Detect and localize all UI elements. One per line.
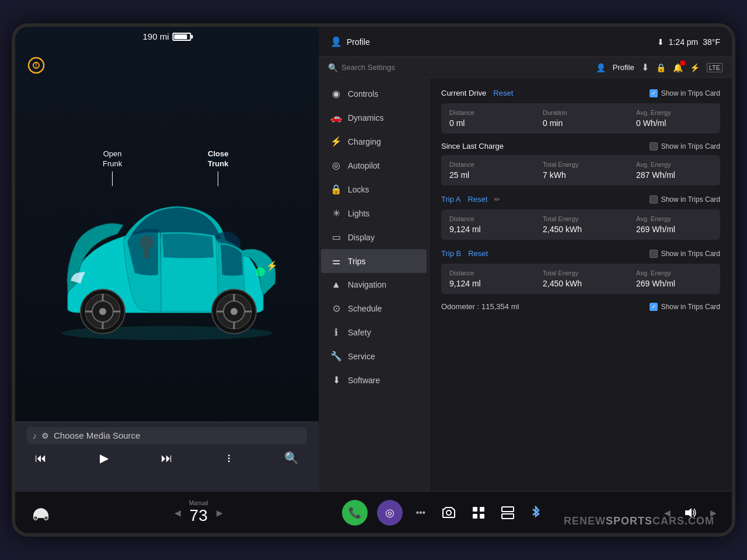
svg-rect-27 [144, 250, 149, 258]
trips-content: Current Drive Reset ✓ Show in Trips Card… [430, 78, 732, 491]
cards-button[interactable] [498, 503, 518, 523]
current-drive-distance-value: 0 ml [449, 118, 525, 128]
controls-icon: ◉ [330, 88, 342, 99]
current-drive-avg-energy: Avg. Energy 0 Wh/ml [628, 103, 720, 134]
sidebar-item-charging[interactable]: ⚡ Charging [321, 130, 427, 153]
software-icon: ⬇ [330, 374, 342, 386]
current-drive-distance-label: Distance [449, 109, 525, 116]
dots-button[interactable]: ••• [412, 504, 429, 522]
safety-label: Safety [348, 328, 371, 337]
trip-a-checkbox[interactable] [650, 195, 658, 204]
since-charge-show-trips-label: Show in Trips Card [661, 142, 720, 150]
main-area: 190 mi ! [15, 27, 732, 491]
search-bar[interactable]: 🔍 Search Settings [328, 63, 589, 72]
search-media-button[interactable]: 🔍 [282, 449, 301, 467]
media-source-display[interactable]: ♪ ⚙ Choose Media Source [27, 427, 307, 444]
sidebar-item-navigation[interactable]: ▲ Navigation [321, 273, 427, 296]
trip-b-avg-energy: Avg. Energy 269 Wh/ml [628, 264, 720, 294]
grid-button[interactable] [469, 503, 488, 523]
camera-button[interactable] [438, 502, 459, 523]
svg-text:⚡: ⚡ [266, 260, 278, 271]
dynamics-icon: 🚗 [330, 112, 342, 123]
trip-a-reset-button[interactable]: Reset [465, 194, 490, 205]
prev-volume-button[interactable]: ◀ [661, 505, 674, 521]
trip-b-energy: Total Energy 2,450 kWh [535, 264, 627, 294]
trip-a-distance: Distance 9,124 ml [441, 209, 533, 240]
sidebar-item-software[interactable]: ⬇ Software [321, 368, 427, 392]
media-controls-bar: ⏮ ▶ ⏭ ⫶ 🔍 [27, 449, 307, 467]
charging-icon: ⚡ [330, 136, 342, 147]
svg-point-28 [34, 516, 38, 520]
current-drive-title: Current Drive [441, 89, 486, 97]
odometer-section: Odometer : 115,354 ml ✓ Show in Trips Ca… [441, 302, 720, 311]
car-button[interactable] [27, 501, 55, 524]
download-icon-2[interactable]: ⬇ [641, 62, 649, 73]
current-drive-checkbox[interactable]: ✓ [650, 89, 658, 97]
display-icon: ▭ [330, 232, 342, 243]
volume-button[interactable] [680, 503, 701, 522]
trip-b-distance: Distance 9,124 ml [441, 264, 533, 294]
sidebar-item-controls[interactable]: ◉ Controls [321, 82, 427, 106]
play-pause-button[interactable]: ▶ [97, 449, 111, 467]
trip-a-pencil-icon[interactable]: ✏ [494, 195, 500, 204]
since-charge-stats: Distance 25 ml Total Energy 7 kWh Avg. E… [441, 155, 720, 186]
main-screen: 190 mi ! [12, 23, 735, 537]
equalizer-button[interactable]: ⫶ [224, 449, 234, 467]
person-icon-2: 👤 [596, 63, 606, 72]
sidebar-item-trips[interactable]: ⚌ Trips [321, 249, 427, 273]
sidebar-item-display[interactable]: ▭ Display [321, 225, 427, 249]
next-track-button[interactable]: ⏭ [159, 449, 175, 467]
odometer-checkbox[interactable]: ✓ [650, 303, 658, 311]
battery-status: 190 mi [142, 32, 191, 41]
taskbar-apps: 📞 ◎ ••• [342, 500, 544, 526]
since-last-charge-title: Since Last Charge [441, 142, 504, 150]
taskbar-volume: ◀ ▶ [661, 503, 720, 522]
trip-b-title: Trip B [441, 249, 461, 258]
phone-button[interactable]: 📞 [342, 500, 368, 526]
sidebar-item-dynamics[interactable]: 🚗 Dynamics [321, 106, 427, 130]
gear-label: Manual [189, 500, 208, 506]
trip-b-reset-button[interactable]: Reset [466, 248, 490, 259]
current-time: 1:24 pm [669, 37, 699, 47]
trip-a-show-trips-label: Show in Trips Card [661, 195, 720, 204]
bluetooth-taskbar-button[interactable] [527, 502, 544, 523]
odometer-show-trips-label: Show in Trips Card [661, 303, 720, 311]
svg-point-29 [44, 516, 48, 520]
svg-point-24 [256, 267, 265, 276]
search-icon: 🔍 [328, 63, 338, 72]
media-gear-icon: ⚙ [41, 431, 49, 440]
svg-rect-36 [502, 514, 514, 519]
sidebar-item-lights[interactable]: ✳ Lights [321, 201, 427, 225]
prev-gear-button[interactable]: ◀ [171, 505, 184, 521]
sidebar-item-schedule[interactable]: ⊙ Schedule [321, 296, 427, 320]
sidebar-item-autopilot[interactable]: ◎ Autopilot [321, 153, 427, 177]
profile-label[interactable]: Profile [347, 37, 370, 47]
profile-btn-label[interactable]: Profile [613, 63, 634, 72]
current-drive-reset-button[interactable]: Reset [491, 88, 515, 99]
media-app-button[interactable]: ◎ [377, 500, 403, 526]
right-panel: 👤 Profile ⬇ 1:24 pm 38°F 🔍 Search Settin… [319, 27, 732, 491]
prev-track-button[interactable]: ⏮ [33, 449, 49, 467]
trip-b-checkbox[interactable] [650, 250, 658, 258]
current-drive-duration-label: Duration [543, 109, 619, 116]
sidebar-item-locks[interactable]: 🔒 Locks [321, 177, 427, 201]
service-icon: 🔧 [330, 351, 342, 362]
search-placeholder: Search Settings [341, 63, 395, 72]
media-source-label[interactable]: Choose Media Source [54, 430, 140, 440]
since-charge-avg-energy: Avg. Energy 287 Wh/ml [628, 155, 720, 186]
next-gear-button[interactable]: ▶ [213, 505, 226, 521]
odometer-show-trips: ✓ Show in Trips Card [650, 303, 720, 311]
sidebar-item-service[interactable]: 🔧 Service [321, 344, 427, 368]
sidebar-item-safety[interactable]: ℹ Safety [321, 320, 427, 344]
display-label: Display [348, 233, 375, 242]
since-charge-checkbox[interactable] [650, 142, 658, 150]
lock-icon[interactable]: 🔒 [656, 63, 666, 72]
bell-icon[interactable]: 🔔 [673, 63, 683, 72]
bluetooth-icon[interactable]: ⚡ [690, 63, 700, 72]
gear-value: 73 [189, 506, 208, 525]
since-charge-distance: Distance 25 ml [441, 155, 533, 186]
trip-a-title: Trip A [441, 195, 460, 204]
next-volume-button[interactable]: ▶ [707, 505, 720, 521]
current-drive-show-trips: ✓ Show in Trips Card [650, 89, 720, 97]
current-drive-stats: Distance 0 ml Duration 0 min Avg. Energy… [441, 103, 720, 134]
